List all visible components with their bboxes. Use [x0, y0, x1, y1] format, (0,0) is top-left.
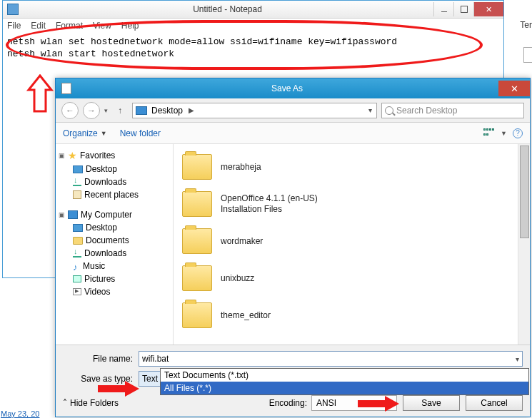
favorites-label: Favorites	[80, 151, 115, 160]
nav-forward-button[interactable]: →	[83, 102, 100, 119]
vertical-scrollbar[interactable]	[518, 144, 530, 345]
folder-icon	[73, 237, 83, 245]
newfolder-label: New folder	[120, 128, 161, 138]
filename-input[interactable]: wifi.bat ▾	[139, 351, 523, 367]
tree-item-downloads[interactable]: Downloads	[59, 175, 170, 188]
tree-computer[interactable]: ▣ My Computer	[59, 208, 170, 221]
scroll-thumb[interactable]	[520, 146, 529, 238]
tree-item-desktop[interactable]: Desktop	[59, 163, 170, 175]
menu-edit[interactable]: Edit	[31, 21, 46, 31]
saveastype-label: Save as type:	[63, 374, 139, 384]
document-icon	[61, 83, 71, 94]
search-icon	[385, 106, 393, 115]
list-item[interactable]: theme_editor	[179, 297, 512, 334]
address-bar[interactable]: Desktop ▶ ▾	[132, 103, 377, 118]
text-line-1: netsh wlan set hostednetwork mode=allow …	[7, 36, 397, 47]
list-item[interactable]: OpenOffice 4.1.1 (en-US) Installation Fi…	[179, 185, 512, 223]
nav-up-button[interactable]: ↑	[112, 103, 128, 118]
encoding-label: Encoding:	[269, 398, 311, 408]
nav-back-button[interactable]: ←	[61, 102, 79, 119]
background-date-link[interactable]: May 23, 20	[1, 409, 39, 418]
chevron-down-icon: ▾	[388, 399, 392, 407]
filename-label: File name:	[63, 354, 139, 364]
background-text: Ter	[520, 20, 532, 30]
file-label: OpenOffice 4.1.1 (en-US) Installation Fi…	[221, 193, 318, 215]
saveas-toolbar: Organize ▼ New folder ▼ ?	[56, 123, 530, 144]
menu-view[interactable]: View	[93, 21, 111, 31]
list-item[interactable]: unixbuzz	[179, 260, 512, 297]
nav-tree: ▣ ★ Favorites Desktop Downloads Recent p…	[56, 144, 174, 345]
star-icon: ★	[68, 150, 77, 161]
encoding-value: ANSI	[316, 398, 336, 408]
chevron-down-icon: ▼	[101, 130, 107, 137]
nav-history-dropdown[interactable]: ▾	[104, 107, 108, 114]
computer-label: My Computer	[81, 210, 132, 220]
organize-button[interactable]: Organize ▼	[63, 128, 107, 138]
background-field-fragment	[523, 47, 532, 63]
collapse-icon: ▣	[59, 211, 65, 218]
saveas-title: Save As	[76, 83, 498, 93]
pictures-icon	[73, 275, 81, 282]
saveas-dialog: Save As ← → ▾ ↑ Desktop ▶ ▾ Search Deskt…	[55, 78, 531, 417]
saveas-navbar: ← → ▾ ↑ Desktop ▶ ▾ Search Desktop	[56, 98, 530, 123]
file-label: wordmaker	[221, 236, 263, 247]
close-button[interactable]	[473, 2, 503, 16]
videos-icon	[73, 288, 81, 295]
dropdown-option-selected[interactable]: All Files (*.*)	[161, 382, 528, 394]
hide-folders-button[interactable]: ˄ Hide Folders	[63, 398, 119, 408]
newfolder-button[interactable]: New folder	[120, 128, 161, 138]
list-item[interactable]: merabheja	[179, 148, 512, 185]
encoding-select[interactable]: ANSI ▾	[311, 395, 397, 411]
notepad-title: Untitled - Notepad	[21, 4, 433, 14]
file-label: merabheja	[221, 162, 261, 173]
address-location: Desktop	[151, 106, 183, 116]
maximize-button[interactable]	[453, 2, 473, 16]
file-list[interactable]: merabheja OpenOffice 4.1.1 (en-US) Insta…	[174, 144, 518, 345]
text-line-2: netsh wlan start hostednetwork	[7, 49, 174, 59]
tree-item-music[interactable]: Music	[59, 260, 170, 272]
notepad-icon	[7, 4, 19, 15]
view-mode-button[interactable]	[483, 128, 495, 138]
folder-icon	[182, 191, 212, 217]
tree-item-recent[interactable]: Recent places	[59, 188, 170, 201]
view-dropdown-icon[interactable]: ▼	[501, 130, 507, 137]
downloads-icon	[73, 178, 81, 186]
tree-item-desktop2[interactable]: Desktop	[59, 221, 170, 234]
saveas-titlebar[interactable]: Save As	[56, 78, 530, 98]
cancel-button[interactable]: Cancel	[466, 395, 523, 411]
music-icon	[73, 262, 80, 270]
filename-value: wifi.bat	[142, 354, 169, 364]
help-icon[interactable]: ?	[513, 128, 523, 138]
folder-icon	[182, 154, 212, 180]
chevron-up-icon: ˄	[63, 398, 67, 408]
chevron-right-icon[interactable]: ▶	[187, 106, 196, 114]
saveas-close-button[interactable]	[498, 81, 530, 96]
tree-favorites[interactable]: ▣ ★ Favorites	[59, 148, 170, 163]
tree-item-videos[interactable]: Videos	[59, 285, 170, 298]
hide-folders-label: Hide Folders	[70, 398, 119, 408]
notepad-text-area[interactable]: netsh wlan set hostednetwork mode=allow …	[3, 33, 503, 63]
minimize-button[interactable]	[433, 2, 453, 16]
collapse-icon: ▣	[59, 152, 65, 159]
organize-label: Organize	[63, 128, 98, 138]
address-dropdown-icon[interactable]: ▾	[367, 106, 373, 114]
folder-icon	[182, 228, 212, 254]
desktop-icon	[136, 106, 147, 115]
desktop-icon	[73, 165, 83, 173]
tree-item-documents[interactable]: Documents	[59, 234, 170, 247]
file-label: theme_editor	[221, 310, 271, 321]
search-input[interactable]: Search Desktop	[381, 103, 524, 118]
tree-item-downloads2[interactable]: Downloads	[59, 247, 170, 260]
chevron-down-icon[interactable]: ▾	[516, 355, 519, 363]
notepad-titlebar[interactable]: Untitled - Notepad	[3, 1, 503, 19]
dropdown-option[interactable]: Text Documents (*.txt)	[161, 369, 528, 382]
save-button[interactable]: Save	[403, 395, 460, 411]
tree-item-pictures[interactable]: Pictures	[59, 272, 170, 285]
menu-help[interactable]: Help	[121, 21, 139, 31]
folder-icon	[182, 302, 212, 328]
desktop-icon	[73, 224, 83, 232]
list-item[interactable]: wordmaker	[179, 223, 512, 260]
menu-format[interactable]: Format	[56, 21, 83, 31]
menu-file[interactable]: File	[7, 21, 21, 31]
window-buttons	[433, 2, 503, 16]
